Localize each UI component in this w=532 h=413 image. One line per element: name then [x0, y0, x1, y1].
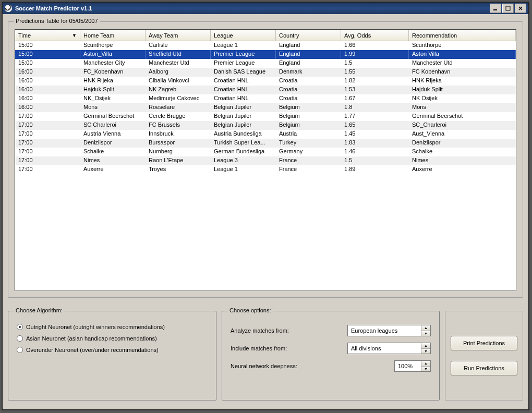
cell-rec: Aston Villa: [409, 50, 516, 59]
print-button[interactable]: Print Predictions: [451, 336, 517, 350]
cell-time: 17:00: [15, 139, 80, 148]
cell-time: 17:00: [15, 148, 80, 156]
cell-odds: 1.55: [341, 68, 409, 77]
cell-away: Sheffield Utd: [146, 50, 211, 59]
titlebar[interactable]: Soccer Match Predictor v1.1: [3, 3, 528, 14]
svg-rect-0: [493, 9, 497, 10]
app-window: Soccer Match Predictor v1.1 Time▼Home Te…: [2, 2, 529, 410]
radio-button[interactable]: [17, 324, 23, 330]
column-header[interactable]: Home Team: [80, 30, 146, 41]
predictions-table[interactable]: Time▼Home TeamAway TeamLeagueCountryAvg.…: [15, 29, 516, 291]
cell-away: Bursaspor: [146, 139, 211, 148]
cell-country: Germany: [276, 148, 341, 156]
cell-country: Belgium: [276, 103, 341, 112]
table-row[interactable]: 15:00Manchester CityManchester UtdPremie…: [15, 59, 516, 68]
cell-league: Premier League: [211, 59, 276, 68]
cell-time: 17:00: [15, 130, 80, 139]
cell-home: Hajduk Split: [80, 86, 146, 94]
algorithm-option[interactable]: Outright Neuronet (outright winners reco…: [17, 324, 208, 330]
cell-odds: 1.5: [341, 156, 409, 165]
table-row[interactable]: 16:00MonsRoeselareBelgian JupilerBelgium…: [15, 103, 516, 112]
cell-league: Premier League: [211, 50, 276, 59]
cell-league: Croatian HNL: [211, 77, 276, 86]
cell-time: 17:00: [15, 156, 80, 165]
close-button[interactable]: [515, 4, 526, 13]
spinner-icon[interactable]: ▲▼: [421, 325, 430, 336]
run-button[interactable]: Run Predictions: [451, 361, 517, 375]
cell-league: Croatian HNL: [211, 94, 276, 103]
cell-rec: NK Osijek: [409, 94, 516, 103]
cell-time: 17:00: [15, 112, 80, 121]
options-group: Analyze matches from: European leagues ▲…: [222, 311, 440, 400]
cell-country: Croatia: [276, 77, 341, 86]
cell-odds: 1.65: [341, 121, 409, 130]
sort-desc-icon: ▼: [72, 33, 77, 38]
cell-odds: 1.45: [341, 130, 409, 139]
cell-rec: Mons: [409, 103, 516, 112]
cell-country: Croatia: [276, 86, 341, 94]
table-row[interactable]: 17:00NimesRaon L'EtapeLeague 3France1.5N…: [15, 156, 516, 165]
table-row[interactable]: 17:00DenizlisporBursasporTurkish Super L…: [15, 139, 516, 148]
cell-odds: 1.66: [341, 41, 409, 50]
table-row[interactable]: 16:00Hajduk SplitNK ZagrebCroatian HNLCr…: [15, 86, 516, 94]
cell-league: Austria Bundesliga: [211, 130, 276, 139]
table-row[interactable]: 15:00Aston_VillaSheffield UtdPremier Lea…: [15, 50, 516, 59]
cell-time: 16:00: [15, 94, 80, 103]
minimize-icon: [493, 6, 498, 11]
cell-home: Germinal Beerschot: [80, 112, 146, 121]
cell-home: HNK Rijeka: [80, 77, 146, 86]
algorithm-option[interactable]: Overunder Neuronet (over/under recommend…: [17, 347, 208, 353]
cell-odds: 1.8: [341, 103, 409, 112]
algorithm-option[interactable]: Asian Neuronet (asian handicap recommend…: [17, 335, 208, 342]
cell-away: Innsbruck: [146, 130, 211, 139]
cell-odds: 1.5: [341, 59, 409, 68]
svg-rect-1: [506, 6, 510, 10]
cell-away: FC Brussels: [146, 121, 211, 130]
column-header[interactable]: Away Team: [146, 30, 211, 41]
cell-odds: 1.82: [341, 77, 409, 86]
cell-odds: 1.46: [341, 148, 409, 156]
include-combo[interactable]: All divisions ▲▼: [347, 343, 431, 354]
table-row[interactable]: 15:00ScunthorpeCarlisleLeague 1England1.…: [15, 41, 516, 50]
cell-league: Belgian Jupiler: [211, 121, 276, 130]
cell-rec: Scunthorpe: [409, 41, 516, 50]
algorithm-label: Asian Neuronet (asian handicap recommend…: [26, 335, 157, 342]
table-row[interactable]: 17:00SchalkeNurnbergGerman BundesligaGer…: [15, 148, 516, 156]
column-header[interactable]: Time▼: [15, 30, 80, 41]
cell-away: Raon L'Etape: [146, 156, 211, 165]
cell-league: League 1: [211, 165, 276, 174]
analyze-combo[interactable]: European leagues ▲▼: [347, 325, 431, 336]
deepness-combo[interactable]: 100% ▲▼: [394, 360, 431, 372]
column-header[interactable]: Country: [276, 30, 341, 41]
column-header[interactable]: Avg. Odds: [341, 30, 409, 41]
column-header[interactable]: Recommendation: [409, 30, 516, 41]
column-header[interactable]: League: [211, 30, 276, 41]
spinner-icon[interactable]: ▲▼: [421, 361, 430, 371]
predictions-group: Time▼Home TeamAway TeamLeagueCountryAvg.…: [8, 21, 523, 298]
minimize-button[interactable]: [490, 4, 501, 13]
cell-time: 15:00: [15, 50, 80, 59]
cell-odds: 1.89: [341, 165, 409, 174]
table-row[interactable]: 17:00Austria ViennaInnsbruckAustria Bund…: [15, 130, 516, 139]
cell-country: England: [276, 59, 341, 68]
table-row[interactable]: 16:00HNK RijekaCibalia VinkovciCroatian …: [15, 77, 516, 86]
radio-button[interactable]: [17, 347, 23, 353]
cell-away: Aalborg: [146, 68, 211, 77]
cell-rec: Auxerre: [409, 165, 516, 174]
spinner-icon[interactable]: ▲▼: [421, 343, 430, 354]
maximize-button[interactable]: [502, 4, 514, 13]
table-row[interactable]: 17:00SC CharleroiFC BrusselsBelgian Jupi…: [15, 121, 516, 130]
cell-rec: Germinal Beerschot: [409, 112, 516, 121]
cell-time: 17:00: [15, 121, 80, 130]
cell-home: NK_Osijek: [80, 94, 146, 103]
table-row[interactable]: 17:00Germinal BeerschotCercle BruggeBelg…: [15, 112, 516, 121]
radio-button[interactable]: [17, 335, 23, 342]
table-row[interactable]: 17:00AuxerreTroyesLeague 1France1.89Auxe…: [15, 165, 516, 174]
cell-country: Austria: [276, 130, 341, 139]
cell-home: Aston_Villa: [80, 50, 146, 59]
cell-league: Danish SAS League: [211, 68, 276, 77]
table-row[interactable]: 16:00NK_OsijekMedimurje CakovecCroatian …: [15, 94, 516, 103]
table-row[interactable]: 16:00FC_KobenhavnAalborgDanish SAS Leagu…: [15, 68, 516, 77]
cell-home: Schalke: [80, 148, 146, 156]
cell-time: 17:00: [15, 165, 80, 174]
